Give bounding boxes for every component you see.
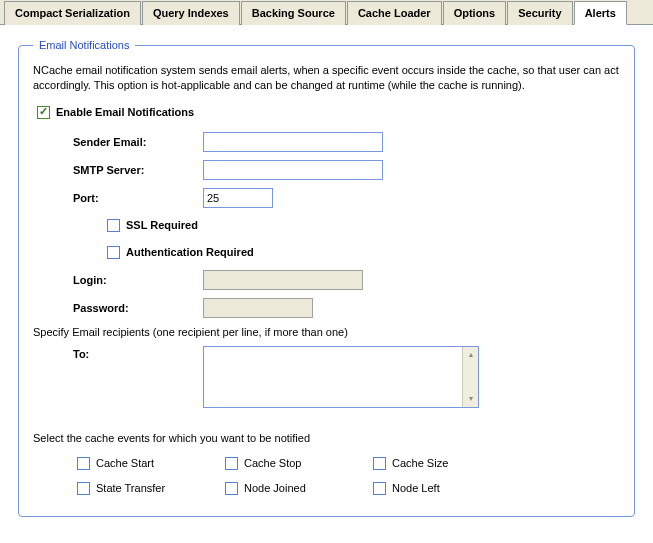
password-input	[203, 298, 313, 318]
cache-start-checkbox[interactable]	[77, 457, 90, 470]
password-label: Password:	[33, 302, 203, 314]
ssl-required-checkbox[interactable]	[107, 219, 120, 232]
smtp-server-input[interactable]	[203, 160, 383, 180]
recipients-textarea-wrap: ▴ ▾	[203, 346, 479, 408]
smtp-server-label: SMTP Server:	[33, 164, 203, 176]
sender-email-label: Sender Email:	[33, 136, 203, 148]
tab-backing-source[interactable]: Backing Source	[241, 1, 346, 25]
scrollbar[interactable]: ▴ ▾	[462, 347, 478, 407]
login-label: Login:	[33, 274, 203, 286]
enable-email-checkbox[interactable]	[37, 106, 50, 119]
tab-alerts[interactable]: Alerts	[574, 1, 627, 25]
tab-options[interactable]: Options	[443, 1, 507, 25]
state-transfer-label: State Transfer	[96, 482, 165, 494]
scroll-down-icon[interactable]: ▾	[463, 391, 478, 407]
recipients-hint: Specify Email recipients (one recipient …	[33, 326, 620, 338]
cache-size-label: Cache Size	[392, 457, 448, 469]
cache-stop-checkbox[interactable]	[225, 457, 238, 470]
auth-required-checkbox[interactable]	[107, 246, 120, 259]
tab-query-indexes[interactable]: Query Indexes	[142, 1, 240, 25]
enable-email-label: Enable Email Notifications	[56, 106, 194, 118]
node-joined-checkbox[interactable]	[225, 482, 238, 495]
tab-cache-loader[interactable]: Cache Loader	[347, 1, 442, 25]
node-left-label: Node Left	[392, 482, 440, 494]
node-left-checkbox[interactable]	[373, 482, 386, 495]
state-transfer-checkbox[interactable]	[77, 482, 90, 495]
ssl-required-label: SSL Required	[126, 219, 198, 231]
cache-start-label: Cache Start	[96, 457, 154, 469]
auth-required-label: Authentication Required	[126, 246, 254, 258]
fieldset-legend: Email Notifications	[33, 39, 135, 51]
description-text: NCache email notification system sends e…	[33, 63, 620, 93]
recipients-textarea[interactable]	[204, 347, 462, 407]
port-input[interactable]	[203, 188, 273, 208]
port-label: Port:	[33, 192, 203, 204]
to-label: To:	[33, 346, 203, 360]
alerts-panel: Email Notifications NCache email notific…	[0, 25, 653, 543]
node-joined-label: Node Joined	[244, 482, 306, 494]
sender-email-input[interactable]	[203, 132, 383, 152]
events-hint: Select the cache events for which you wa…	[33, 432, 620, 444]
tab-bar: Compact Serialization Query Indexes Back…	[0, 0, 653, 25]
scroll-up-icon[interactable]: ▴	[463, 347, 478, 363]
cache-stop-label: Cache Stop	[244, 457, 301, 469]
events-grid: Cache Start Cache Stop Cache Size State …	[33, 454, 620, 498]
tab-compact-serialization[interactable]: Compact Serialization	[4, 1, 141, 25]
email-notifications-fieldset: Email Notifications NCache email notific…	[18, 39, 635, 517]
tab-security[interactable]: Security	[507, 1, 572, 25]
login-input	[203, 270, 363, 290]
cache-size-checkbox[interactable]	[373, 457, 386, 470]
